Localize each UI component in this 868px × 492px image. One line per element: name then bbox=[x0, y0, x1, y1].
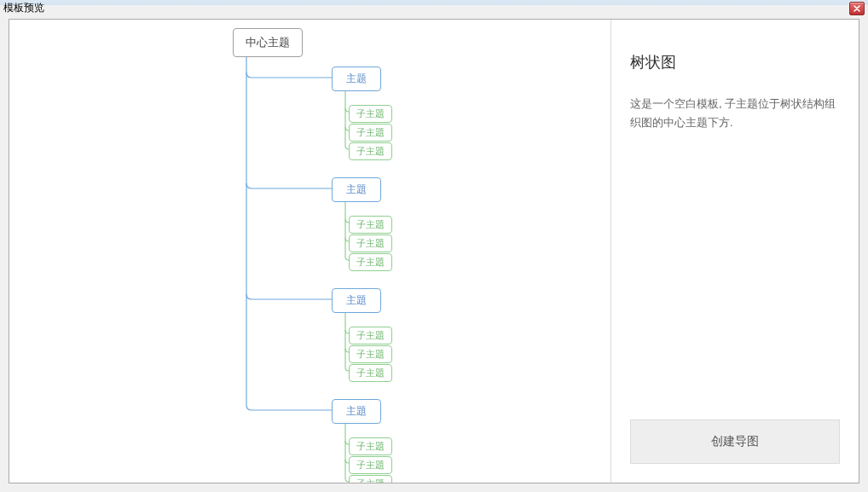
topic-node: 主題 bbox=[332, 288, 381, 313]
topic-node: 主題 bbox=[332, 399, 381, 424]
subtopic-node: 子主題 bbox=[349, 327, 392, 344]
subtopic-node: 子主題 bbox=[349, 234, 392, 252]
subtopic-node: 子主題 bbox=[349, 253, 392, 271]
subtopic-node: 子主題 bbox=[349, 216, 392, 234]
subtopic-node: 子主題 bbox=[349, 142, 392, 160]
close-icon bbox=[854, 5, 860, 12]
titlebar: 模板预览 bbox=[0, 0, 868, 17]
topic-node: 主題 bbox=[332, 177, 381, 202]
workspace: 中心主题主题子主題子主題子主題主題子主題子主題子主題主題子主題子主題子主題主題子… bbox=[9, 19, 859, 483]
central-topic-node: 中心主题 bbox=[233, 28, 303, 57]
close-button[interactable] bbox=[849, 2, 865, 15]
subtopic-node: 子主題 bbox=[349, 456, 392, 474]
window-title: 模板预览 bbox=[3, 0, 44, 15]
subtopic-node: 子主題 bbox=[349, 364, 392, 382]
preview-pane: 中心主题主题子主題子主題子主題主題子主題子主題子主題主題子主題子主題子主題主題子… bbox=[9, 20, 611, 483]
info-pane: 树状图 这是一个空白模板, 子主题位于树状结构组织图的中心主题下方. 创建导图 bbox=[611, 20, 859, 483]
template-title: 树状图 bbox=[630, 52, 840, 72]
create-map-button[interactable]: 创建导图 bbox=[630, 420, 840, 464]
subtopic-node: 子主題 bbox=[349, 437, 392, 455]
subtopic-node: 子主題 bbox=[349, 475, 392, 483]
subtopic-node: 子主題 bbox=[349, 345, 392, 363]
subtopic-node: 子主題 bbox=[349, 105, 392, 123]
topic-node: 主题 bbox=[332, 67, 381, 91]
subtopic-node: 子主題 bbox=[349, 124, 392, 142]
mindmap-canvas: 中心主题主题子主題子主題子主題主題子主題子主題子主題主題子主題子主題子主題主題子… bbox=[9, 20, 610, 483]
template-description: 这是一个空白模板, 子主题位于树状结构组织图的中心主题下方. bbox=[630, 95, 840, 132]
